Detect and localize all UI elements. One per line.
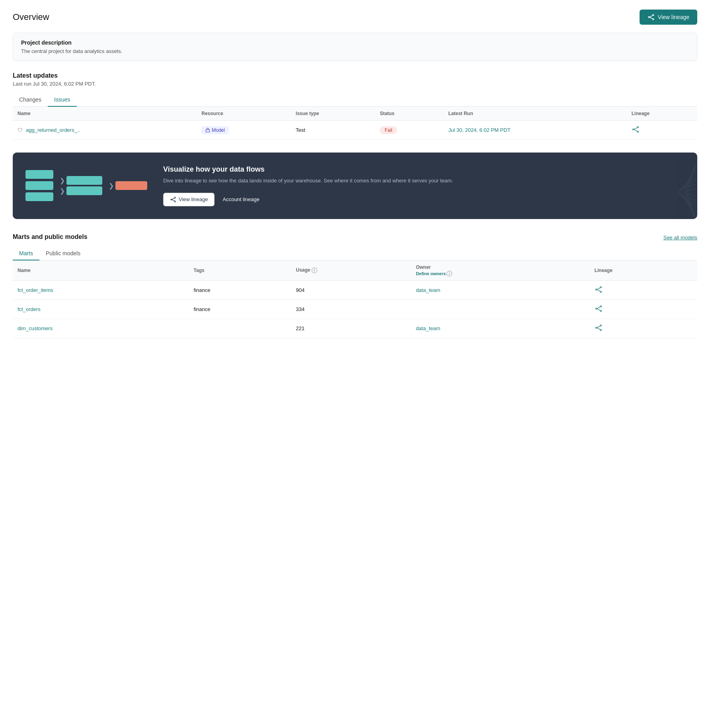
mart-lineage-cell	[590, 280, 697, 299]
table-row: fct_order_items finance 904 data_team	[13, 280, 697, 299]
lineage-icon-row[interactable]	[632, 125, 640, 133]
mart-name-link[interactable]: fct_order_items	[18, 287, 53, 293]
latest-updates-subtitle: Last run Jul 30, 2024, 6:02 PM PDT.	[13, 81, 697, 87]
svg-line-30	[597, 328, 600, 330]
diagram-arrow: ❯	[109, 181, 147, 190]
svg-line-24	[597, 307, 600, 309]
marts-table-header: Name Tags Usage i Owner Define owners i …	[13, 260, 697, 281]
svg-line-14	[172, 198, 175, 200]
col-owner: Owner Define owners i	[411, 260, 590, 281]
svg-line-25	[597, 309, 600, 311]
svg-point-12	[174, 197, 176, 198]
tab-marts[interactable]: Marts	[13, 247, 39, 260]
shield-icon: 🛡	[18, 127, 23, 133]
issues-table: Name Resource Issue type Status Latest R…	[13, 107, 697, 140]
svg-point-13	[174, 201, 176, 202]
lineage-icon-mart[interactable]	[595, 305, 603, 313]
svg-point-1	[653, 14, 654, 16]
banner-actions: View lineage Account lineage	[163, 193, 685, 206]
table-row: dim_customers 221 data_team	[13, 319, 697, 338]
mart-name-cell: fct_orders	[13, 299, 189, 319]
row-name: 🛡 agg_returned_orders_..	[13, 121, 197, 140]
marts-table: Name Tags Usage i Owner Define owners i …	[13, 260, 697, 338]
row-lineage	[627, 121, 697, 140]
tab-changes[interactable]: Changes	[13, 93, 48, 107]
mart-owner-cell: data_team	[411, 280, 590, 299]
latest-updates-title: Latest updates	[13, 72, 697, 79]
latest-run-link[interactable]: Jul 30, 2024, 6:02 PM PDT	[449, 127, 511, 133]
diagram-box-orange	[115, 181, 147, 190]
col-tags: Tags	[189, 260, 291, 281]
see-all-models-link[interactable]: See all models	[663, 235, 697, 241]
project-description-text: The central project for data analytics a…	[21, 48, 689, 54]
banner-title: Visualize how your data flows	[163, 165, 685, 174]
mart-name-link[interactable]: fct_orders	[18, 306, 41, 312]
svg-rect-5	[206, 129, 210, 132]
svg-line-4	[650, 17, 653, 19]
model-icon	[205, 128, 210, 133]
svg-point-28	[600, 329, 601, 331]
define-owners-info-icon[interactable]: i	[447, 271, 452, 276]
svg-point-17	[600, 286, 601, 288]
banner-content: Visualize how your data flows Dive into …	[163, 165, 685, 206]
col-lineage: Lineage	[627, 107, 697, 121]
tab-public-models[interactable]: Public models	[39, 247, 87, 260]
col-status: Status	[375, 107, 443, 121]
lineage-icon-mart[interactable]	[595, 286, 603, 294]
svg-line-29	[597, 326, 600, 328]
status-badge: Fail	[380, 126, 397, 134]
mart-tags-cell: finance	[189, 280, 291, 299]
diagram-box-2	[25, 181, 53, 190]
define-owners-link[interactable]: Define owners i	[416, 271, 585, 276]
col-latest-run: Latest Run	[444, 107, 627, 121]
mart-name-link[interactable]: dim_customers	[18, 325, 53, 331]
mart-tags-cell: finance	[189, 299, 291, 319]
svg-point-16	[595, 289, 597, 290]
mart-lineage-cell	[590, 299, 697, 319]
svg-point-2	[653, 19, 654, 20]
row-issue-type: Test	[291, 121, 375, 140]
project-description-title: Project description	[21, 39, 689, 46]
usage-info-icon[interactable]: i	[312, 268, 317, 273]
svg-point-26	[595, 327, 597, 328]
table-row: 🛡 agg_returned_orders_.. Model Test	[13, 121, 697, 140]
account-lineage-link[interactable]: Account lineage	[222, 196, 259, 202]
banner-lineage-icon	[170, 196, 176, 203]
mart-usage-cell: 904	[291, 280, 411, 299]
owner-link[interactable]: data_team	[416, 287, 440, 293]
model-badge: Model	[201, 126, 229, 134]
diagram-box-5	[66, 186, 102, 195]
project-description-box: Project description The central project …	[13, 33, 697, 61]
mart-name-cell: fct_order_items	[13, 280, 189, 299]
mart-tags-cell	[189, 319, 291, 338]
owner-header: Owner Define owners i	[416, 264, 585, 276]
lineage-icon-mart[interactable]	[595, 324, 603, 332]
owner-link[interactable]: data_team	[416, 325, 440, 331]
mart-owner-cell: data_team	[411, 319, 590, 338]
svg-point-22	[600, 305, 601, 307]
row-resource: Model	[197, 121, 291, 140]
page-header: Overview View lineage	[13, 10, 697, 25]
tab-issues[interactable]: Issues	[48, 93, 76, 107]
row-name-link[interactable]: agg_returned_orders_..	[26, 127, 80, 133]
owner-label: Owner	[416, 264, 585, 270]
issues-table-header: Name Resource Issue type Status Latest R…	[13, 107, 697, 121]
view-lineage-button[interactable]: View lineage	[640, 10, 697, 25]
svg-line-19	[597, 288, 600, 290]
mart-usage-cell: 221	[291, 319, 411, 338]
svg-point-11	[171, 199, 172, 200]
lineage-icon	[648, 14, 655, 21]
svg-point-23	[600, 310, 601, 311]
svg-line-20	[597, 290, 600, 292]
table-row: fct_orders finance 334	[13, 299, 697, 319]
svg-point-8	[637, 131, 638, 132]
latest-updates-section: Latest updates Last run Jul 30, 2024, 6:…	[13, 72, 697, 140]
svg-point-6	[632, 129, 634, 130]
mart-lineage-cell	[590, 319, 697, 338]
diagram-box-4	[66, 176, 102, 185]
issues-tabs: Changes Issues	[13, 93, 697, 107]
marts-section: Marts and public models See all models M…	[13, 233, 697, 338]
svg-line-3	[650, 16, 653, 17]
banner-view-lineage-button[interactable]: View lineage	[163, 193, 215, 206]
marts-section-header: Marts and public models See all models	[13, 233, 697, 242]
